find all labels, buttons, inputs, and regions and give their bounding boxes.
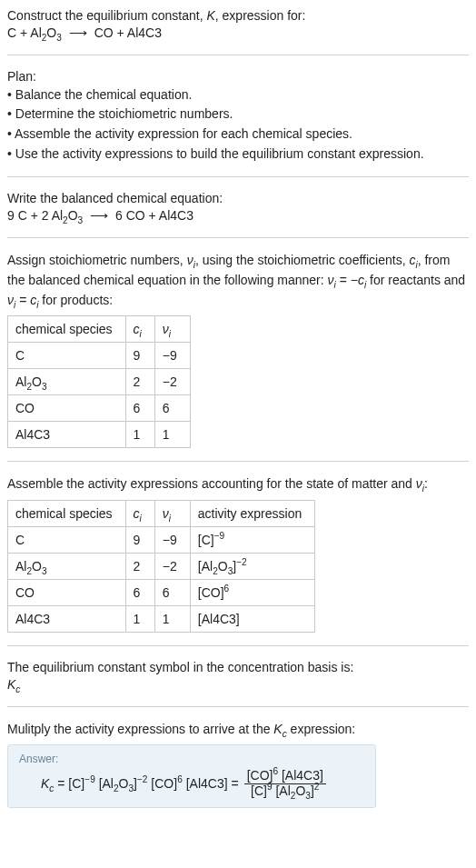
- fraction: [CO]6 [Al4C3] [C]9 [Al2O3]2: [244, 769, 326, 798]
- ci-cell: 6: [125, 579, 154, 605]
- answer-label: Answer:: [19, 753, 364, 765]
- frag: Mulitply the activity expressions to arr…: [7, 722, 273, 736]
- assign-frag: for products:: [38, 293, 113, 307]
- c-symbol: c: [134, 322, 140, 336]
- table-row: C 9 −9: [8, 343, 191, 369]
- frag: Assemble the activity expressions accoun…: [7, 476, 416, 491]
- frag: [CO]: [147, 776, 177, 791]
- frag: −2: [236, 557, 247, 567]
- activity-cell: [Al4C3]: [190, 605, 314, 632]
- ci-cell: 1: [125, 422, 154, 448]
- frag: [C]: [251, 783, 267, 798]
- eq-lhs2: O: [46, 25, 56, 40]
- equals: =: [54, 776, 68, 791]
- kc-symbol: K: [41, 776, 49, 791]
- nu-symbol: ν: [187, 253, 193, 267]
- frag: [Al: [273, 783, 291, 798]
- bal-lhs1: 9 C + 2 Al: [7, 208, 63, 223]
- nu-symbol: ν: [416, 476, 422, 491]
- bal-lhs2: O: [68, 208, 78, 223]
- table-row: Al2O3 2 −2: [8, 369, 191, 395]
- activity-cell: [C]−9: [190, 526, 314, 553]
- symbol-line: The equilibrium constant symbol in the c…: [7, 659, 469, 676]
- col-ci: ci: [125, 316, 154, 343]
- divider: [7, 55, 469, 55]
- nu-symbol: ν: [163, 322, 169, 336]
- divider: [7, 461, 469, 462]
- plan-bullet-1: • Balance the chemical equation.: [7, 85, 469, 105]
- intro-K: K: [206, 8, 214, 23]
- species-cell: Al4C3: [8, 605, 126, 632]
- frag: Kc = [C]−9 [Al2O3]−2 [CO]6 [Al4C3] =: [41, 776, 239, 791]
- assign-frag: =: [15, 293, 30, 307]
- fraction-denominator: [C]9 [Al2O3]2: [248, 784, 322, 798]
- nui-cell: −2: [154, 553, 190, 579]
- answer-box: Answer: Kc = [C]−9 [Al2O3]−2 [CO]6 [Al4C…: [7, 744, 376, 808]
- divider: [7, 645, 469, 646]
- species-cell: CO: [8, 579, 126, 605]
- bal-sub2: 3: [78, 215, 84, 225]
- col-nui: νi: [154, 316, 190, 343]
- ci-cell: 2: [125, 553, 154, 579]
- multiply-text: Mulitply the activity expressions to arr…: [7, 720, 469, 740]
- divider: [7, 706, 469, 707]
- equals: =: [228, 776, 239, 791]
- plan-bullet-2: • Determine the stoichiometric numbers.: [7, 105, 469, 125]
- plan-bullet-3: • Assemble the activity expression for e…: [7, 125, 469, 145]
- ci-cell: 2: [125, 369, 154, 395]
- frag: [Al: [198, 559, 213, 574]
- table-row: CO 6 6: [8, 395, 191, 422]
- table-row: Al2O3 2 −2 [Al2O3]−2: [8, 553, 315, 579]
- activity-table: chemical species ci νi activity expressi…: [7, 500, 315, 633]
- frag: [CO]: [247, 768, 273, 783]
- frag: [Al4C3]: [278, 768, 323, 783]
- frag: :: [424, 476, 428, 491]
- assemble-text: Assemble the activity expressions accoun…: [7, 474, 469, 494]
- assign-text: Assign stoichiometric numbers, νi, using…: [7, 251, 469, 310]
- ci-cell: 9: [125, 343, 154, 369]
- nu-symbol: ν: [7, 293, 14, 307]
- intro-line: Construct the equilibrium constant, K, e…: [7, 7, 469, 25]
- eq-lhs1: C + Al: [7, 25, 42, 40]
- nu-sub-i: i: [169, 329, 171, 339]
- answer-equation: Kc = [C]−9 [Al2O3]−2 [CO]6 [Al4C3] = [CO…: [19, 769, 364, 798]
- frag: Al: [15, 374, 26, 389]
- intro-text-c: , expression for:: [215, 8, 306, 23]
- ci-cell: 6: [125, 395, 154, 422]
- table-header-row: chemical species ci νi activity expressi…: [8, 500, 315, 526]
- frag: [CO]: [198, 585, 224, 600]
- intro-text-a: Construct the equilibrium constant,: [7, 8, 206, 23]
- kc-symbol: K: [273, 722, 282, 736]
- assign-frag: , using the stoichiometric coefficients,: [195, 253, 410, 267]
- col-activity: activity expression: [190, 500, 314, 526]
- plan-bullet-4: • Use the activity expressions to build …: [7, 145, 469, 165]
- frag: 3: [42, 382, 47, 392]
- frag: O: [218, 559, 228, 574]
- nui-cell: 6: [154, 579, 190, 605]
- nui-cell: −2: [154, 369, 190, 395]
- nui-cell: −9: [154, 343, 190, 369]
- col-ci: ci: [125, 500, 154, 526]
- species-cell: Al2O3: [8, 553, 126, 579]
- table-row: C 9 −9 [C]−9: [8, 526, 315, 553]
- frag: expression:: [287, 722, 355, 736]
- frag: [Al4C3]: [183, 776, 228, 791]
- frag: −9: [214, 531, 225, 541]
- arrow-icon: ⟶: [86, 208, 112, 223]
- symbol-value: Kc: [7, 676, 469, 693]
- eq-rhs: CO + Al4C3: [94, 25, 162, 40]
- nu-symbol: ν: [163, 506, 169, 521]
- nu-sub-i: i: [169, 514, 171, 524]
- arrow-icon: ⟶: [65, 25, 91, 40]
- col-species: chemical species: [8, 316, 126, 343]
- c-symbol: c: [134, 506, 140, 521]
- table-header-row: chemical species ci νi: [8, 316, 191, 343]
- c-sub-i: i: [140, 329, 142, 339]
- frag: O: [295, 783, 305, 798]
- frag: [Al: [95, 776, 114, 791]
- species-cell: CO: [8, 395, 126, 422]
- frag: 2: [314, 782, 320, 792]
- plan-heading: Plan:: [7, 68, 469, 85]
- nu-symbol: ν: [328, 273, 334, 287]
- frag: O: [119, 776, 129, 791]
